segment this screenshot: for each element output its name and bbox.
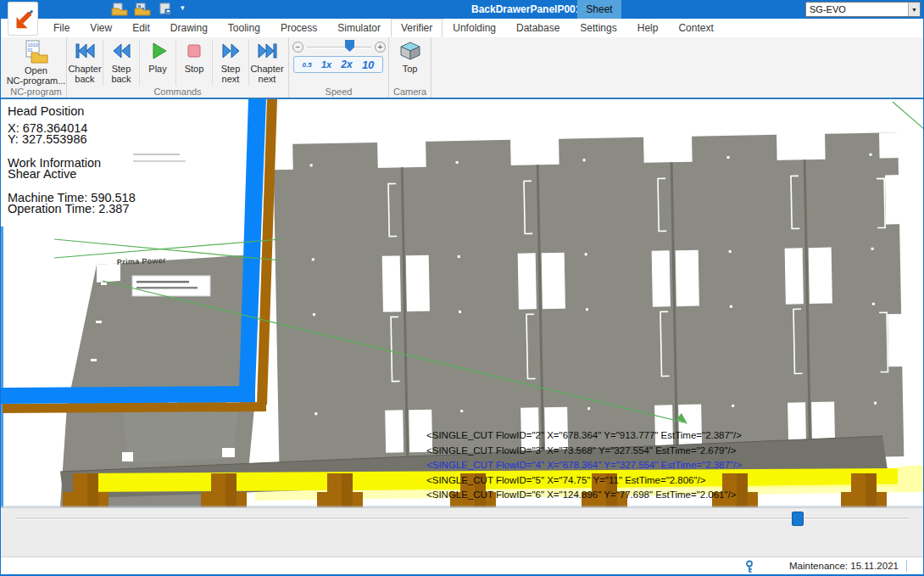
open-file-icon[interactable] [111, 3, 128, 16]
license-key-icon [743, 560, 755, 573]
quick-access-caret-icon[interactable]: ▾ [181, 3, 185, 12]
ribbon-group-label: Speed [289, 87, 388, 97]
speed-preset-2x[interactable]: 2x [341, 59, 352, 70]
simulation-viewport[interactable]: Head Position X: 678.364014 Y: 327.55398… [1, 99, 924, 507]
window-title: BackDrawerPanelP001 [471, 3, 581, 15]
work-information-value: Shear Active [8, 169, 136, 181]
timeline-track[interactable] [16, 517, 910, 520]
camera-top-button[interactable]: Top [389, 37, 431, 74]
menu-item-drawing[interactable]: Drawing [160, 19, 218, 37]
ribbon-group-commands: ChapterbackStepbackPlayStopStepnextChapt… [67, 37, 289, 98]
ribbon-group-label: Camera [389, 87, 431, 97]
camera-cube-icon [399, 40, 421, 62]
timeline-handle[interactable] [792, 512, 804, 526]
speed-increase-button[interactable]: + [375, 42, 386, 53]
speed-preset-10[interactable]: 10 [362, 59, 374, 71]
button-label: Stop [185, 64, 204, 74]
app-logo-icon [10, 5, 36, 32]
app-menu-button[interactable] [8, 2, 38, 36]
nc-code-line: <SINGLE_CUT FlowID="5" X="74.75" Y="11" … [426, 473, 742, 489]
statusbar: Maintenance: 15.11.2021 [1, 556, 924, 576]
ribbon-group-label: NC-program [6, 87, 66, 97]
nc-code-line: <SINGLE_CUT FlowID="6" X="124.896" Y="77… [426, 488, 742, 503]
carriage-horizontal [1, 386, 255, 404]
nc-code-line: <SINGLE_CUT FlowID="2" X="678.364" Y="91… [426, 428, 742, 444]
ribbon-toolbar: 1010 01 Open NC-program... NC-program Ch… [1, 37, 924, 99]
button-label: Open NC-program... [7, 65, 66, 86]
timeline-panel [1, 507, 924, 556]
menu-item-view[interactable]: View [80, 19, 122, 37]
button-label: Play [148, 64, 166, 74]
open-program-icon[interactable] [134, 3, 151, 16]
step-back-icon [110, 40, 132, 62]
save-icon[interactable] [157, 3, 174, 16]
speed-preset-1x[interactable]: 1x [321, 59, 331, 70]
frame-horizontal [3, 402, 266, 413]
sheet-brand-label: Prima Power [117, 256, 166, 266]
hud-overlay: Head Position X: 678.364014 Y: 327.55398… [8, 106, 136, 215]
speed-preset-group: 0.51x2x10 [293, 56, 383, 73]
ribbon-group-speed: − + 0.51x2x10 Speed [289, 37, 389, 98]
button-label: Stepback [111, 64, 131, 84]
menu-item-help[interactable]: Help [627, 19, 669, 37]
machine-selector-value: SG-EVO [806, 4, 908, 14]
speed-slider-handle[interactable] [345, 40, 354, 52]
ribbon-group-nc-program: 1010 01 Open NC-program... NC-program [6, 37, 67, 98]
open-nc-program-icon: 1010 01 [24, 40, 49, 64]
stop-icon [183, 40, 205, 62]
menu-item-settings[interactable]: Settings [570, 19, 626, 37]
button-label: Top [403, 64, 418, 74]
operation-time: Operation Time: 2.387 [8, 204, 136, 215]
menu-item-file[interactable]: File [43, 19, 80, 37]
menu-item-context[interactable]: Context [668, 19, 723, 37]
context-tab-sheet[interactable]: Sheet [577, 0, 621, 19]
svg-text:01: 01 [27, 48, 32, 53]
head-position-y: Y: 327.553986 [8, 134, 136, 146]
nc-code-line: <SINGLE_CUT FlowID="3" X="73.568" Y="327… [426, 444, 742, 459]
chapter-back-icon [74, 40, 96, 62]
menu-item-database[interactable]: Database [506, 19, 570, 37]
menu-item-verifier[interactable]: Verifier [391, 19, 443, 37]
ribbon-group-label: Commands [67, 87, 288, 97]
menubar: FileViewEditDrawingToolingProcessSimulat… [1, 19, 924, 37]
button-label: Chapternext [250, 64, 283, 84]
speed-slider: − + [292, 40, 386, 53]
menu-item-process[interactable]: Process [270, 19, 327, 37]
ribbon-group-camera: Top Camera [389, 37, 431, 98]
application-window: ▾ BackDrawerPanelP001 Sheet FileViewEdit… [0, 0, 924, 576]
menu-item-simulator[interactable]: Simulator [327, 19, 391, 37]
chapter-next-icon [256, 40, 278, 62]
machine-selector[interactable]: SG-EVO ▼ [805, 2, 921, 17]
menu-item-tooling[interactable]: Tooling [218, 19, 270, 37]
button-label: Chapterback [68, 64, 101, 84]
play-icon [147, 40, 169, 62]
sheet-main [273, 132, 910, 468]
open-nc-program-button[interactable]: 1010 01 Open NC-program... [6, 37, 66, 86]
maintenance-status: Maintenance: 15.11.2021 [789, 561, 899, 571]
menu-item-edit[interactable]: Edit [122, 19, 160, 37]
statusbar-separator [906, 560, 907, 572]
nc-code-overlay: <SINGLE_CUT FlowID="2" X="678.364" Y="91… [426, 428, 742, 503]
titlebar: ▾ BackDrawerPanelP001 Sheet [1, 0, 924, 19]
button-label: Stepnext [221, 64, 241, 84]
nc-code-line: <SINGLE_CUT FlowID="4" X="678.364" Y="32… [426, 458, 742, 473]
menu-item-unfolding[interactable]: Unfolding [443, 19, 506, 37]
speed-preset-0_5[interactable]: 0.5 [303, 61, 312, 69]
speed-decrease-button[interactable]: − [292, 42, 303, 53]
head-position-title: Head Position [8, 106, 136, 118]
step-next-icon [220, 40, 242, 62]
speed-slider-track[interactable] [307, 47, 371, 48]
chevron-down-icon[interactable]: ▼ [908, 3, 920, 16]
